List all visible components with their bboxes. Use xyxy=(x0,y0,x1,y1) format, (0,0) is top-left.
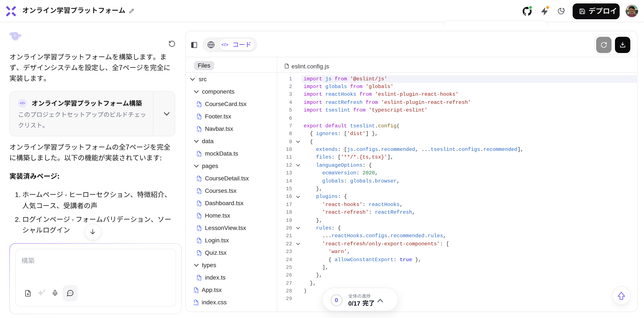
svg-text:TS: TS xyxy=(196,154,199,157)
svg-text:TS: TS xyxy=(193,291,196,293)
svg-text:TS: TS xyxy=(196,192,199,194)
svg-text:TS: TS xyxy=(196,130,199,132)
svg-text:TS: TS xyxy=(196,216,199,218)
svg-text:TS: TS xyxy=(196,254,199,256)
svg-text:TS: TS xyxy=(196,179,199,182)
svg-text:TS: TS xyxy=(196,117,199,120)
svg-text:css: css xyxy=(193,303,196,306)
svg-text:TS: TS xyxy=(196,241,199,244)
svg-text:TS: TS xyxy=(196,204,199,206)
svg-text:TS: TS xyxy=(196,278,199,280)
svg-text:TS: TS xyxy=(196,229,199,231)
svg-text:TS: TS xyxy=(196,105,199,107)
